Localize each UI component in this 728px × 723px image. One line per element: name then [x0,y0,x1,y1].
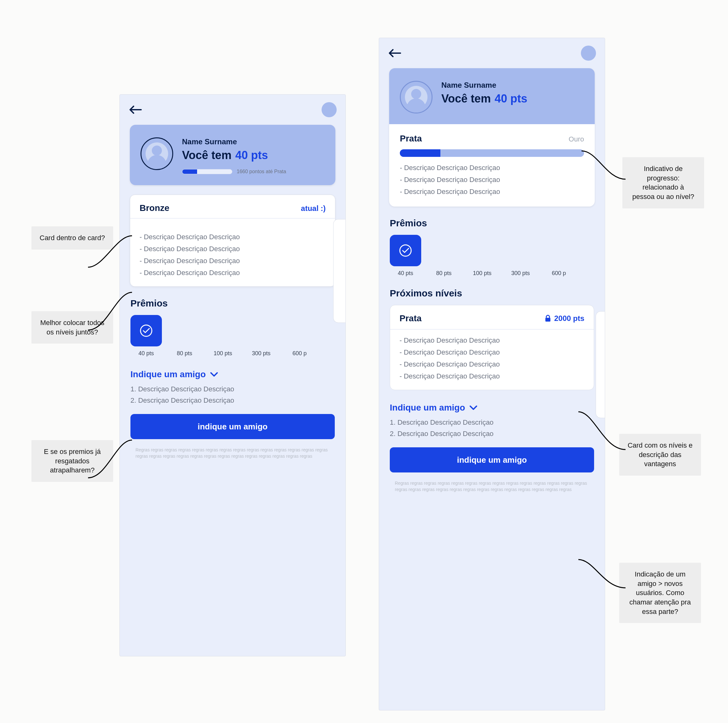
next-level-card[interactable]: Prata 2000 pts - Descriçao Descriçao Des… [390,305,594,390]
back-button[interactable] [128,105,142,115]
invite-steps: 1. Descriçao Descriçao Descriçao 2. Desc… [130,385,335,405]
current-badge: atual :) [301,204,326,213]
prizes-row[interactable]: 40 pts 80 pts 100 pts 300 pts 600 p [390,235,594,277]
back-button[interactable] [388,48,402,58]
arrow-left-icon [388,49,401,57]
wireframe-variant-b: Name Surname Você tem 40 pts Prata Ouro … [379,38,605,711]
avatar[interactable] [581,46,596,61]
hero-card: Name Surname Você tem 40 pts Prata Ouro … [389,68,595,206]
list-item: - Descriçao Descriçao Descriçao [139,269,326,277]
next-levels-title: Próximos níveis [390,288,594,299]
wireframe-variant-a: Name Surname Você tem 40 pts 1660 pontos… [119,94,346,656]
level-title: Bronze [139,203,170,213]
list-item: - Descriçao Descriçao Descriçao [400,188,584,196]
svg-point-0 [141,325,152,336]
invite-cta-button[interactable]: indique um amigo [390,447,594,472]
level-desc-list: - Descriçao Descriçao Descriçao - Descri… [400,164,584,196]
avatar-large [141,138,173,170]
list-item: - Descriçao Descriçao Descriçao [400,176,584,184]
list-item: 2. Descriçao Descriçao Descriçao [130,396,335,405]
appbar [120,95,346,125]
annotation-note: Indicação de um amigo > novos usuários. … [619,563,701,623]
annotation-note: Card dentro de card? [31,226,113,249]
fineprint: Regras regras regras regras regras regra… [395,480,589,493]
current-level-subcard[interactable]: Bronze atual :) - Descriçao Descriçao De… [130,194,335,287]
prizes-title: Prêmios [130,298,335,309]
list-item: - Descriçao Descriçao Descriçao [399,348,584,356]
check-circle-icon [398,243,413,258]
user-name: Name Surname [182,138,286,146]
arrow-left-icon [129,105,142,114]
prize-tile[interactable]: 40 pts [130,315,162,357]
prize-tile[interactable]: 80 pts [428,235,460,277]
list-item: 1. Descriçao Descriçao Descriçao [130,385,335,393]
prize-tile[interactable]: 600 p [543,235,575,277]
svg-point-1 [400,245,411,256]
list-item: 2. Descriçao Descriçao Descriçao [390,430,594,438]
list-item: - Descriçao Descriçao Descriçao [139,233,326,241]
svg-rect-2 [545,318,551,322]
hero-card: Name Surname Você tem 40 pts 1660 pontos… [130,125,335,185]
prize-tile[interactable]: 300 pts [246,315,277,357]
points-line: Você tem 40 pts [182,149,286,162]
check-circle-icon [139,323,154,338]
prize-tile[interactable]: 100 pts [466,235,498,277]
list-item: - Descriçao Descriçao Descriçao [399,372,584,381]
list-item: - Descriçao Descriçao Descriçao [139,257,326,265]
next-card-peek[interactable] [333,219,346,323]
level-progress-bar [400,149,584,157]
lock-icon [545,315,551,322]
fineprint: Regras regras regras regras regras regra… [136,447,330,460]
prize-tile[interactable]: 80 pts [169,315,200,357]
list-item: - Descriçao Descriçao Descriçao [139,245,326,253]
list-item: - Descriçao Descriçao Descriçao [400,164,584,172]
prize-tile[interactable]: 100 pts [207,315,239,357]
chevron-down-icon [210,372,218,377]
appbar [379,38,605,68]
list-item: - Descriçao Descriçao Descriçao [399,336,584,344]
level-progress-labels: Prata Ouro [400,134,584,144]
invite-collapse[interactable]: Indique um amigo [390,403,594,413]
prize-tile[interactable]: 300 pts [505,235,536,277]
hero: Name Surname Você tem 40 pts [389,68,595,124]
avatar[interactable] [321,102,336,117]
invite-collapse[interactable]: Indique um amigo [130,369,335,379]
locked-points: 2000 pts [545,314,584,323]
mini-progress: 1660 pontos até Prata [182,169,286,174]
list-item: - Descriçao Descriçao Descriçao [399,360,584,368]
level-desc-list: - Descriçao Descriçao Descriçao - Descri… [139,233,326,277]
prizes-row[interactable]: 40 pts 80 pts 100 pts 300 pts 600 p [130,315,335,357]
annotation-note: Indicativo de progresso: relacionado à p… [622,157,704,208]
annotation-note: Melhor colocar todos os níveis juntos? [31,311,113,344]
hero: Name Surname Você tem 40 pts 1660 pontos… [130,125,335,185]
level-desc-list: - Descriçao Descriçao Descriçao - Descri… [399,336,584,381]
list-item: 1. Descriçao Descriçao Descriçao [390,419,594,426]
next-card-peek[interactable] [596,311,605,418]
prize-tile[interactable]: 600 p [284,315,315,357]
invite-steps: 1. Descriçao Descriçao Descriçao 2. Desc… [390,419,594,438]
chevron-down-icon [470,405,477,410]
annotation-note: Card com os níveis e descrição das vanta… [619,434,701,475]
annotation-note: E se os premios já resgatados atrapalhar… [31,440,113,482]
points-line: Você tem 40 pts [441,92,527,105]
avatar-large [400,81,433,113]
prizes-title: Prêmios [390,218,594,229]
prize-tile[interactable]: 40 pts [390,235,421,277]
user-name: Name Surname [441,81,527,90]
invite-cta-button[interactable]: indique um amigo [130,414,335,439]
